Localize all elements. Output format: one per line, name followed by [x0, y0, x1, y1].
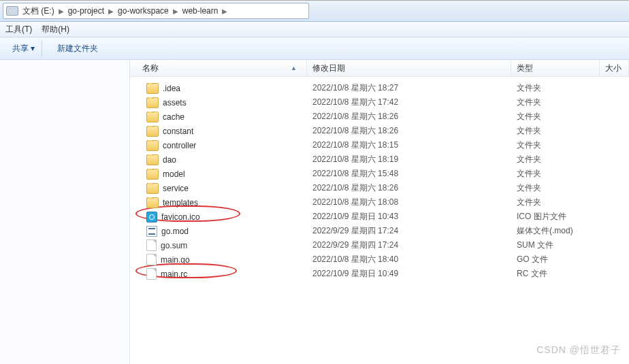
file-row[interactable]: controller2022/10/8 星期六 18:15文件夹	[130, 138, 629, 152]
menu-bar: 工具(T) 帮助(H)	[0, 22, 629, 37]
folder-icon	[146, 183, 159, 194]
column-header-type[interactable]: 类型	[511, 60, 600, 76]
file-name-label: constant	[163, 127, 193, 136]
file-date-cell: 2022/10/8 星期六 17:42	[307, 97, 511, 108]
file-type-cell: 文件夹	[511, 154, 600, 165]
share-button[interactable]: 共享 ▾	[5, 41, 42, 56]
file-date-cell: 2022/10/8 星期六 18:40	[307, 254, 511, 265]
command-bar: 共享 ▾ 新建文件夹	[0, 37, 629, 60]
file-row[interactable]: main.go2022/10/8 星期六 18:40GO 文件	[130, 252, 629, 267]
file-type-cell: 文件夹	[511, 182, 600, 194]
file-date-cell: 2022/10/8 星期六 18:26	[307, 111, 511, 122]
file-type-cell: 文件夹	[511, 139, 600, 151]
file-name-cell[interactable]: controller	[130, 140, 307, 151]
file-icon	[146, 254, 157, 265]
column-headers: 名称 ▲ 修改日期 类型 大小	[130, 60, 629, 77]
file-name-cell[interactable]: cache	[130, 112, 307, 122]
file-date-cell: 2022/10/8 星期六 18:15	[307, 139, 511, 151]
file-name-cell[interactable]: constant	[130, 126, 307, 137]
file-row[interactable]: go.mod2022/9/29 星期四 17:24媒体文件(.mod)	[130, 224, 629, 238]
file-type-cell: 文件夹	[511, 97, 600, 108]
file-date-cell: 2022/10/8 星期六 18:27	[307, 82, 511, 94]
content-area: 名称 ▲ 修改日期 类型 大小 .idea2022/10/8 星期六 18:27…	[0, 60, 629, 364]
file-date-cell: 2022/9/29 星期四 17:24	[307, 225, 511, 237]
folder-icon	[146, 83, 159, 94]
file-name-label: main.rc	[161, 269, 187, 279]
address-bar-row: 文档 (E:) ▶ go-project ▶ go-workspace ▶ we…	[0, 1, 629, 22]
file-date-cell: 2022/9/29 星期四 17:24	[307, 239, 511, 251]
file-rows[interactable]: .idea2022/10/8 星期六 18:27文件夹assets2022/10…	[130, 77, 629, 364]
file-date-cell: 2022/10/8 星期六 18:08	[307, 197, 511, 208]
column-header-size[interactable]: 大小	[600, 60, 629, 76]
navigation-pane[interactable]	[0, 60, 130, 364]
chevron-right-icon[interactable]: ▶	[170, 7, 181, 15]
menu-help[interactable]: 帮助(H)	[42, 24, 69, 35]
file-type-cell: RC 文件	[511, 268, 600, 280]
column-header-name[interactable]: 名称 ▲	[130, 60, 307, 76]
breadcrumb-root[interactable]: 文档 (E:)	[21, 3, 56, 18]
mod-icon	[146, 226, 157, 237]
new-folder-button[interactable]: 新建文件夹	[50, 41, 105, 56]
file-date-cell: 2022/10/8 星期六 18:26	[307, 125, 511, 137]
folder-icon	[146, 169, 159, 180]
folder-icon	[146, 140, 159, 151]
breadcrumb-item[interactable]: go-project	[67, 3, 106, 18]
disk-icon	[6, 6, 18, 16]
file-name-label: assets	[163, 98, 187, 107]
file-date-cell: 2022/10/9 星期日 10:49	[307, 268, 511, 280]
file-name-cell[interactable]: service	[130, 183, 307, 194]
file-row[interactable]: templates2022/10/8 星期六 18:08文件夹	[130, 195, 629, 210]
file-date-cell: 2022/10/8 星期六 15:48	[307, 168, 511, 180]
file-type-cell: 文件夹	[511, 111, 600, 122]
file-type-cell: 媒体文件(.mod)	[511, 225, 600, 237]
file-type-cell: 文件夹	[511, 168, 600, 180]
breadcrumb-item[interactable]: go-workspace	[116, 3, 170, 18]
file-name-cell[interactable]: model	[130, 169, 307, 180]
chevron-right-icon[interactable]: ▶	[219, 7, 230, 15]
file-list-pane: 名称 ▲ 修改日期 类型 大小 .idea2022/10/8 星期六 18:27…	[130, 60, 629, 364]
file-name-cell[interactable]: dao	[130, 154, 307, 165]
file-name-label: controller	[163, 141, 196, 150]
file-name-cell[interactable]: .idea	[130, 83, 307, 94]
file-row[interactable]: .idea2022/10/8 星期六 18:27文件夹	[130, 81, 629, 95]
file-type-cell: GO 文件	[511, 254, 600, 265]
file-name-cell[interactable]: go.mod	[130, 226, 307, 237]
ico-icon	[146, 212, 157, 222]
file-type-cell: 文件夹	[511, 82, 600, 94]
breadcrumb-item[interactable]: web-learn	[181, 3, 220, 18]
file-row[interactable]: cache2022/10/8 星期六 18:26文件夹	[130, 110, 629, 124]
file-row[interactable]: model2022/10/8 星期六 15:48文件夹	[130, 167, 629, 181]
file-date-cell: 2022/10/8 星期六 18:26	[307, 182, 511, 194]
menu-tools[interactable]: 工具(T)	[5, 24, 32, 35]
file-row[interactable]: dao2022/10/8 星期六 18:19文件夹	[130, 152, 629, 167]
file-date-cell: 2022/10/8 星期六 18:19	[307, 154, 511, 165]
file-row[interactable]: service2022/10/8 星期六 18:26文件夹	[130, 181, 629, 195]
sort-ascending-icon: ▲	[291, 65, 297, 71]
chevron-right-icon[interactable]: ▶	[106, 7, 116, 15]
column-header-date[interactable]: 修改日期	[307, 60, 511, 76]
file-row[interactable]: assets2022/10/8 星期六 17:42文件夹	[130, 95, 629, 110]
explorer-window: 文档 (E:) ▶ go-project ▶ go-workspace ▶ we…	[0, 0, 629, 364]
file-name-cell[interactable]: main.rc	[130, 268, 307, 280]
file-name-label: .idea	[163, 84, 180, 93]
file-name-label: templates	[163, 198, 198, 208]
folder-icon	[146, 154, 159, 165]
file-icon	[146, 268, 157, 280]
file-name-label: go.mod	[161, 227, 189, 236]
folder-icon	[146, 126, 159, 137]
file-name-cell[interactable]: assets	[130, 97, 307, 108]
address-bar[interactable]: 文档 (E:) ▶ go-project ▶ go-workspace ▶ we…	[3, 3, 309, 19]
file-row[interactable]: favicon.ico2022/10/9 星期日 10:43ICO 图片文件	[130, 210, 629, 224]
file-date-cell: 2022/10/9 星期日 10:43	[307, 211, 511, 222]
file-name-label: favicon.ico	[161, 212, 200, 222]
file-row[interactable]: go.sum2022/9/29 星期四 17:24SUM 文件	[130, 238, 629, 252]
file-name-cell[interactable]: go.sum	[130, 239, 307, 251]
file-name-label: main.go	[161, 255, 190, 265]
file-type-cell: 文件夹	[511, 197, 600, 208]
file-name-cell[interactable]: main.go	[130, 254, 307, 265]
file-row[interactable]: main.rc2022/10/9 星期日 10:49RC 文件	[130, 267, 629, 281]
file-name-cell[interactable]: favicon.ico	[130, 212, 307, 222]
chevron-right-icon[interactable]: ▶	[56, 7, 67, 15]
file-row[interactable]: constant2022/10/8 星期六 18:26文件夹	[130, 124, 629, 138]
file-name-cell[interactable]: templates	[130, 197, 307, 208]
